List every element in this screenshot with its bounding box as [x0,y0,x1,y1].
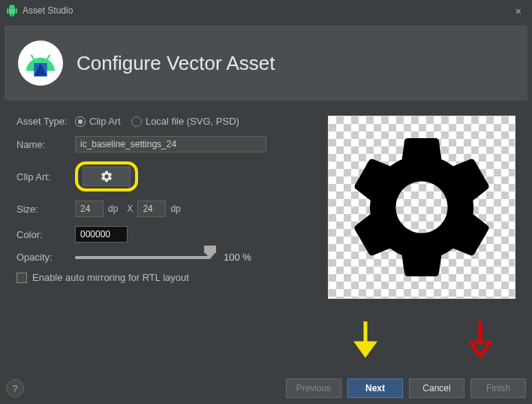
yellow-arrow-icon [356,321,375,356]
color-label: Color: [17,229,75,240]
asset-type-label: Asset Type: [17,116,75,127]
svg-marker-3 [356,342,375,356]
size-unit-2: dp [170,204,180,214]
form-panel: Asset Type: Clip Art Local file (SVG, PS… [17,116,307,299]
color-input[interactable] [75,226,128,243]
radio-local-file-label: Local file (SVG, PSD) [146,116,239,127]
size-sep: X [127,204,133,214]
clipart-row: Clip Art: [17,161,307,191]
title-bar: Asset Studio × [0,0,532,21]
opacity-row: Opacity: 100 % [17,252,307,263]
size-row: Size: dp X dp [17,200,307,217]
rtl-checkbox[interactable]: Enable auto mirroring for RTL layout [17,272,189,283]
clipart-label: Clip Art: [17,171,75,182]
radio-circle-icon [131,116,142,127]
name-row: Name: [17,136,307,152]
previous-button[interactable]: Previous [286,378,341,398]
opacity-label: Opacity: [17,252,75,263]
slider-thumb-icon [204,252,216,259]
size-height-input[interactable] [137,200,166,217]
color-row: Color: [17,226,307,243]
size-width-input[interactable] [75,200,104,217]
app-icon [18,41,63,86]
radio-clip-art[interactable]: Clip Art [75,116,121,127]
clipart-button[interactable] [83,167,131,186]
name-label: Name: [17,139,75,150]
content-area: Asset Type: Clip Art Local file (SVG, PS… [0,105,532,299]
opacity-value: 100 % [224,252,261,263]
asset-type-row: Asset Type: Clip Art Local file (SVG, PS… [17,116,307,127]
cancel-button[interactable]: Cancel [409,378,464,398]
size-label: Size: [17,204,75,215]
size-unit-1: dp [108,204,118,214]
gear-icon [100,170,113,183]
finish-button[interactable]: Finish [470,378,526,398]
window-title: Asset Studio [23,5,511,16]
radio-circle-icon [75,116,86,127]
rtl-row: Enable auto mirroring for RTL layout [17,272,307,283]
checkbox-box-icon [17,273,27,283]
android-icon [6,5,18,17]
highlight-annotation [75,161,138,191]
radio-clip-art-label: Clip Art [89,116,121,127]
close-icon[interactable]: × [511,5,526,17]
dialog-header: Configure Vector Asset [5,26,527,101]
svg-marker-5 [470,342,490,356]
preview-panel [328,116,515,299]
preview-gear-icon [335,121,508,294]
opacity-slider[interactable] [75,256,210,259]
page-title: Configure Vector Asset [77,52,275,75]
footer-bar: ? Previous Next Cancel Finish [6,374,526,398]
name-input[interactable] [75,136,266,152]
next-button[interactable]: Next [347,378,403,398]
svg-marker-2 [356,342,375,356]
help-button[interactable]: ? [6,379,24,397]
radio-local-file[interactable]: Local file (SVG, PSD) [131,116,239,127]
annotation-arrows [0,321,532,359]
red-arrow-icon [470,321,490,356]
rtl-label: Enable auto mirroring for RTL layout [32,272,189,283]
